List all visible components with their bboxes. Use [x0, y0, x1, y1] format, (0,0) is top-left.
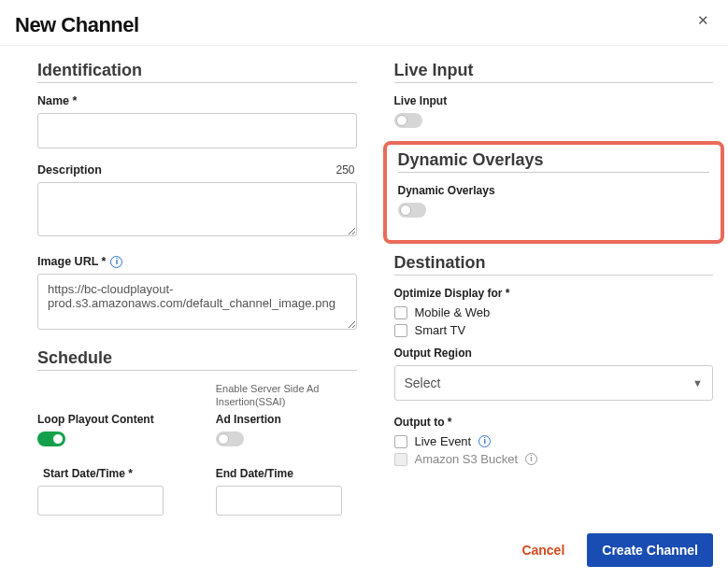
start-date-label: Start Date/Time * [37, 467, 178, 480]
section-destination: Destination [394, 253, 714, 273]
section-dynamic-overlays: Dynamic Overlays [398, 150, 710, 170]
section-identification: Identification [37, 61, 357, 80]
description-textarea[interactable] [37, 182, 357, 236]
checkbox-icon[interactable] [394, 324, 407, 337]
divider [37, 82, 357, 83]
optimize-mobile-row[interactable]: Mobile & Web [394, 305, 714, 319]
close-icon[interactable]: ✕ [693, 13, 713, 27]
info-icon[interactable]: i [525, 453, 537, 465]
chevron-down-icon: ▼ [692, 377, 703, 389]
output-region-label: Output Region [394, 347, 714, 360]
dynamic-overlays-highlight: Dynamic Overlays Dynamic Overlays [383, 141, 725, 244]
ad-insertion-toggle[interactable] [216, 431, 244, 446]
name-label: Name * [37, 94, 357, 107]
output-live-event-label: Live Event [415, 434, 472, 448]
create-channel-button[interactable]: Create Channel [587, 533, 713, 567]
image-url-label-text: Image URL * [37, 255, 106, 268]
name-input[interactable] [37, 113, 357, 149]
image-url-textarea[interactable]: https://bc-cloudplayout-prod.s3.amazonaw… [37, 274, 357, 330]
output-live-event-row[interactable]: Live Event i [394, 434, 714, 448]
ad-insertion-label: Ad Insertion [216, 413, 357, 426]
checkbox-icon[interactable] [394, 435, 407, 448]
divider [394, 275, 714, 276]
output-s3-row: Amazon S3 Bucket i [394, 452, 714, 466]
checkbox-icon[interactable] [394, 306, 407, 319]
info-icon[interactable]: i [110, 256, 122, 268]
loop-toggle[interactable] [37, 431, 65, 446]
checkbox-icon [394, 453, 407, 466]
end-date-input[interactable] [216, 486, 342, 516]
dynamic-overlays-toggle[interactable] [398, 203, 426, 218]
start-date-input[interactable] [37, 486, 164, 516]
optimize-smarttv-row[interactable]: Smart TV [394, 323, 714, 337]
dynamic-overlays-label: Dynamic Overlays [398, 184, 710, 197]
divider [398, 172, 710, 173]
info-icon[interactable]: i [478, 435, 491, 447]
modal-title: New Channel [15, 13, 139, 37]
output-s3-label: Amazon S3 Bucket [415, 452, 519, 466]
output-region-select[interactable]: Select ▼ [394, 365, 714, 401]
divider [394, 82, 714, 83]
optimize-label: Optimize Display for * [394, 287, 714, 300]
end-date-label: End Date/Time [216, 467, 357, 480]
optimize-mobile-label: Mobile & Web [415, 305, 491, 319]
cancel-button[interactable]: Cancel [510, 535, 576, 565]
output-region-value: Select [405, 375, 441, 390]
image-url-label: Image URL * i [37, 255, 357, 268]
divider [37, 370, 357, 371]
live-input-label: Live Input [394, 94, 714, 107]
live-input-toggle[interactable] [394, 113, 422, 128]
section-live-input: Live Input [394, 61, 714, 80]
output-to-label: Output to * [394, 416, 714, 429]
optimize-smarttv-label: Smart TV [415, 323, 466, 337]
description-label: Description [37, 163, 357, 177]
description-char-count: 250 [335, 163, 354, 177]
section-schedule: Schedule [37, 348, 357, 368]
ssai-subtext: Enable Server Side Ad Insertion(SSAI) [216, 382, 357, 409]
loop-label: Loop Playout Content [37, 413, 178, 426]
